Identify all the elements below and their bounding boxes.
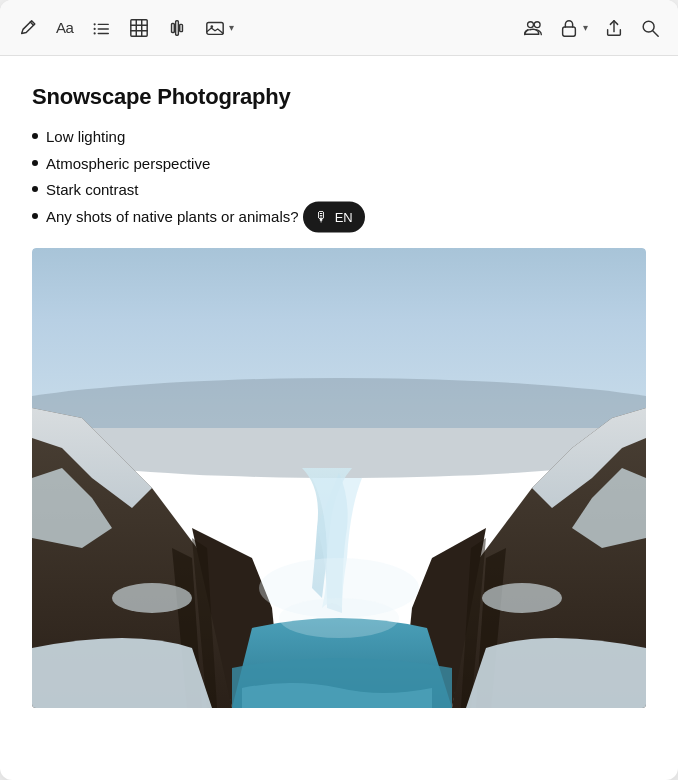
svg-point-0 — [94, 23, 96, 25]
toolbar: Aa — [0, 0, 678, 56]
table-icon[interactable] — [129, 18, 149, 38]
svg-point-1 — [94, 27, 96, 29]
language-label: EN — [335, 207, 353, 227]
list-item-text: Atmospheric perspective — [46, 153, 210, 176]
svg-point-23 — [112, 583, 192, 613]
list-item-text: Stark contrast — [46, 179, 139, 202]
lock-dropdown-chevron: ▾ — [583, 22, 588, 33]
bullet-dot — [32, 213, 38, 219]
app-window: Aa — [0, 0, 678, 780]
bullet-dot — [32, 186, 38, 192]
svg-point-17 — [534, 21, 540, 27]
lock-button[interactable]: ▾ — [559, 18, 588, 38]
media-icon[interactable]: ▾ — [205, 18, 234, 38]
svg-rect-18 — [563, 27, 576, 36]
svg-point-24 — [482, 583, 562, 613]
bullet-dot — [32, 160, 38, 166]
font-label: Aa — [56, 19, 73, 36]
list-item-text: Low lighting — [46, 126, 125, 149]
svg-point-16 — [528, 21, 534, 27]
toolbar-right: ▾ — [523, 18, 660, 38]
bullet-list: Low lighting Atmospheric perspective Sta… — [32, 126, 646, 228]
search-icon[interactable] — [640, 18, 660, 38]
document-content: Snowscape Photography Low lighting Atmos… — [0, 56, 678, 780]
media-dropdown-chevron: ▾ — [229, 22, 234, 33]
snowscape-image — [32, 248, 646, 708]
svg-rect-13 — [180, 24, 183, 31]
svg-line-20 — [653, 30, 658, 35]
snowscape-image-container — [32, 248, 646, 780]
edit-icon[interactable] — [18, 18, 38, 38]
svg-rect-14 — [207, 22, 223, 34]
share-icon[interactable] — [604, 18, 624, 38]
document-title: Snowscape Photography — [32, 84, 646, 110]
list-item: Any shots of native plants or animals? 🎙… — [32, 206, 646, 229]
microphone-icon: 🎙 — [315, 206, 329, 227]
audio-icon[interactable] — [167, 18, 187, 38]
bullet-dot — [32, 133, 38, 139]
svg-point-26 — [279, 598, 399, 638]
last-item-wrapper: Any shots of native plants or animals? 🎙… — [46, 206, 299, 229]
svg-rect-6 — [131, 19, 147, 35]
list-item: Atmospheric perspective — [32, 153, 646, 176]
collab-icon[interactable] — [523, 18, 543, 38]
svg-rect-11 — [172, 23, 175, 32]
list-item: Stark contrast — [32, 179, 646, 202]
font-icon[interactable]: Aa — [56, 19, 73, 36]
svg-point-2 — [94, 32, 96, 34]
list-icon[interactable] — [91, 18, 111, 38]
list-item-text: Any shots of native plants or animals? — [46, 206, 299, 229]
list-item: Low lighting — [32, 126, 646, 149]
svg-rect-12 — [176, 20, 179, 35]
voice-language-pill[interactable]: 🎙 EN — [303, 201, 365, 232]
